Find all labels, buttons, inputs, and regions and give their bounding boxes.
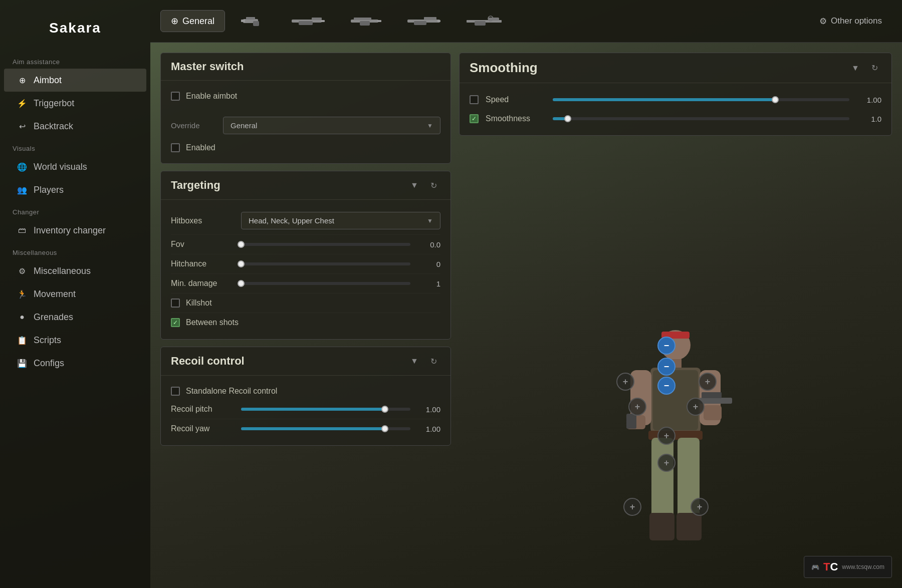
enable-aimbot-checkbox[interactable]	[171, 92, 180, 101]
hitchance-slider[interactable]	[241, 262, 410, 265]
smoothing-panel: Smoothing ▼ ↻ Speed 1.00	[459, 53, 892, 136]
killshot-checkbox[interactable]	[171, 299, 180, 308]
smoothness-slider[interactable]	[553, 117, 849, 120]
hitpoint-left-shoulder[interactable]: +	[616, 373, 634, 391]
sidebar-item-world-visuals[interactable]: 🌐 World visuals	[4, 155, 146, 178]
recoil-dropdown-icon[interactable]: ▼	[407, 354, 421, 368]
smoothing-header: Smoothing ▼ ↻	[460, 53, 891, 83]
killshot-label: Killshot	[186, 299, 212, 308]
hitpoint-right-leg[interactable]: +	[691, 498, 709, 516]
targeting-refresh-icon[interactable]: ↻	[426, 178, 440, 192]
sidebar-item-players[interactable]: 👥 Players	[4, 178, 146, 201]
smoothing-refresh-icon[interactable]: ↻	[867, 61, 881, 75]
topnav: ⊕ General	[150, 0, 902, 43]
svg-rect-1	[246, 17, 255, 20]
svg-rect-3	[241, 20, 245, 22]
sidebar-item-triggerbot[interactable]: ⚡ Triggerbot	[4, 92, 146, 115]
sidebar-item-miscellaneous[interactable]: ⚙ Miscellaneous	[4, 259, 146, 282]
recoil-yaw-row: Recoil yaw 1.00	[171, 419, 440, 438]
configs-icon: 💾	[17, 358, 28, 369]
tab-pistol[interactable]	[229, 8, 277, 34]
recoil-yaw-value: 1.00	[415, 425, 440, 433]
recoil-header: Recoil control ▼ ↻	[161, 347, 450, 376]
main-content: Master switch Enable aimbot Override Gen…	[150, 43, 902, 588]
enable-aimbot-label: Enable aimbot	[186, 92, 237, 101]
hitpoint-neck[interactable]: −	[657, 358, 675, 376]
recoil-title: Recoil control	[171, 355, 245, 368]
tab-rifle2[interactable]	[396, 9, 452, 33]
override-label: Override	[171, 121, 216, 130]
targeting-header: Targeting ▼ ↻	[161, 171, 450, 200]
smoothness-checkbox[interactable]	[470, 114, 479, 123]
sidebar-item-grenades[interactable]: ● Grenades	[4, 306, 146, 329]
hitpoint-chest-left[interactable]: +	[628, 398, 646, 416]
between-shots-checkbox[interactable]	[171, 318, 180, 327]
standalone-recoil-checkbox[interactable]	[171, 387, 180, 396]
enabled-checkbox[interactable]	[171, 143, 180, 152]
hitpoint-upper-chest[interactable]: −	[657, 377, 675, 395]
hitpoint-pelvis[interactable]: +	[657, 454, 675, 472]
tab-general[interactable]: ⊕ General	[160, 10, 225, 32]
tab-rifle1[interactable]	[281, 9, 336, 33]
enabled-row: Enabled	[171, 139, 440, 156]
sidebar-item-aimbot[interactable]: ⊕ Aimbot	[4, 69, 146, 92]
override-row: Override General ▼	[171, 112, 440, 139]
character-model: − − − + + + + + + + +	[605, 318, 746, 578]
targeting-dropdown-icon[interactable]: ▼	[407, 178, 421, 192]
min-damage-value: 1	[415, 279, 440, 288]
gear-settings-icon: ⚙	[819, 16, 827, 27]
section-aim-assistance: Aim assistance	[0, 51, 150, 69]
sidebar-item-backtrack[interactable]: ↩ Backtrack	[4, 115, 146, 138]
players-icon: 👥	[17, 184, 28, 195]
globe-icon: 🌐	[17, 161, 28, 172]
speed-slider[interactable]	[553, 98, 849, 101]
tab-sniper[interactable]	[456, 9, 513, 33]
gear-icon: ⚙	[17, 265, 28, 276]
sidebar-item-movement[interactable]: 🏃 Movement	[4, 282, 146, 306]
master-switch-body: Enable aimbot Override General ▼ Enabled	[161, 81, 450, 163]
sniper-icon	[466, 14, 503, 28]
svg-rect-5	[312, 18, 322, 20]
recoil-pitch-slider[interactable]	[241, 408, 410, 411]
speed-checkbox[interactable]	[470, 95, 479, 104]
recoil-yaw-slider[interactable]	[241, 427, 410, 430]
grenade-icon: ●	[17, 312, 28, 323]
min-damage-row: Min. damage 1	[171, 274, 440, 293]
fov-slider[interactable]	[241, 243, 410, 246]
section-miscellaneous: Miscellaneous	[0, 242, 150, 259]
min-damage-slider[interactable]	[241, 282, 410, 285]
svg-rect-34	[700, 398, 732, 404]
override-select[interactable]: General ▼	[223, 117, 440, 134]
hitchance-row: Hitchance 0	[171, 254, 440, 274]
sidebar-item-scripts[interactable]: 📋 Scripts	[4, 329, 146, 352]
between-shots-label: Between shots	[186, 318, 239, 327]
inventory-icon: 🗃	[17, 225, 28, 236]
svg-rect-6	[299, 21, 313, 25]
smoothness-value: 1.0	[861, 115, 881, 123]
killshot-row: Killshot	[171, 293, 440, 313]
hitboxes-select[interactable]: Head, Neck, Upper Chest ▼	[241, 212, 440, 229]
recoil-body: Standalone Recoil control Recoil pitch 1…	[161, 376, 450, 445]
sidebar-item-configs[interactable]: 💾 Configs	[4, 352, 146, 375]
hitpoint-chest-right[interactable]: +	[687, 398, 705, 416]
hitpoint-left-leg[interactable]: +	[623, 498, 641, 516]
rifle1-icon	[291, 14, 326, 28]
recoil-refresh-icon[interactable]: ↻	[426, 354, 440, 368]
svg-rect-18	[475, 21, 486, 26]
standalone-recoil-label: Standalone Recoil control	[186, 387, 277, 396]
tab-smg[interactable]	[340, 9, 392, 33]
hitpoint-stomach[interactable]: +	[657, 427, 675, 445]
fov-label: Fov	[171, 240, 236, 249]
other-options-button[interactable]: ⚙ Other options	[809, 11, 892, 32]
svg-rect-35	[702, 392, 722, 398]
between-shots-row: Between shots	[171, 313, 440, 332]
sidebar-item-inventory-changer[interactable]: 🗃 Inventory changer	[4, 219, 146, 242]
hitpoint-right-shoulder[interactable]: +	[699, 373, 717, 391]
fov-row: Fov 0.0	[171, 235, 440, 254]
targeting-body: Hitboxes Head, Neck, Upper Chest ▼ Fov 0…	[161, 200, 450, 339]
lightning-icon: ⚡	[17, 98, 28, 109]
hitpoint-head[interactable]: −	[657, 337, 675, 355]
rifle2-icon	[406, 14, 441, 28]
soldier-svg	[605, 318, 746, 578]
smoothing-dropdown-icon[interactable]: ▼	[848, 61, 862, 75]
